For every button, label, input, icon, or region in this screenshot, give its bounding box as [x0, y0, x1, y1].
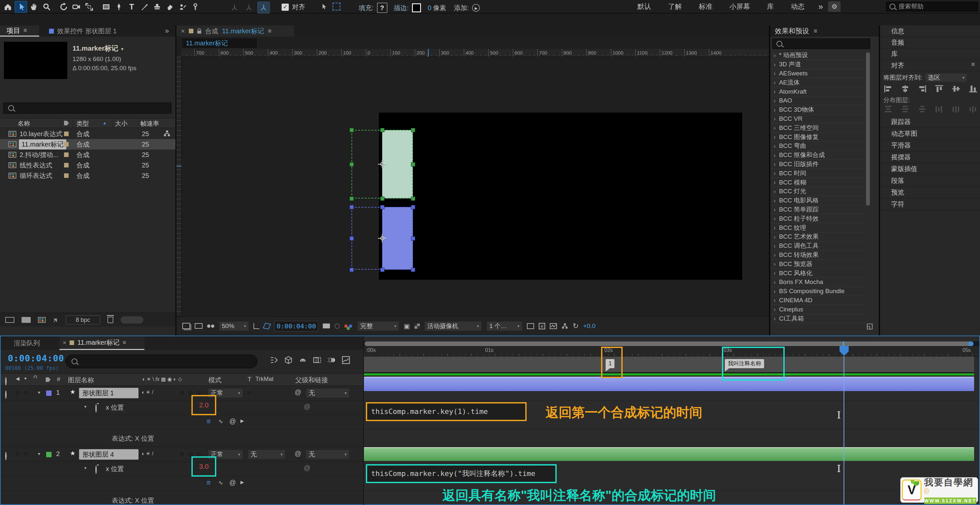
tab-effect-controls[interactable]: 效果控件 形状图层 1 [49, 25, 117, 37]
effects-category-row[interactable]: › BCC 简单跟踪 [770, 205, 864, 214]
project-row[interactable]: 线性表达式 合成 25 [0, 160, 175, 170]
panel-menu-icon[interactable]: ≡ [814, 28, 817, 35]
eraser-tool-icon[interactable] [164, 1, 176, 13]
selection-handle[interactable] [350, 128, 354, 132]
view-layout-dropdown[interactable]: 1 个…▾ [487, 321, 522, 331]
chevron-right-icon[interactable]: › [773, 233, 776, 241]
parent-dropdown[interactable]: 无▾ [306, 388, 350, 398]
chevron-right-icon[interactable]: › [773, 133, 776, 141]
solo-toggle[interactable] [23, 390, 29, 396]
layer-1-duration-bar[interactable] [364, 377, 974, 391]
type-tool-icon[interactable]: T [126, 1, 137, 13]
chevron-right-icon[interactable]: › [773, 278, 776, 286]
expression-enable-icon[interactable]: ≡ [207, 417, 211, 426]
puppet-pin-tool-icon[interactable] [189, 1, 201, 13]
selection-handle[interactable] [380, 197, 385, 201]
col-size[interactable]: 大小 [115, 119, 127, 128]
effects-category-row[interactable]: › 3D 声道 [770, 60, 864, 69]
brush-tool-icon[interactable] [138, 1, 150, 13]
snapshot-icon[interactable] [182, 323, 190, 329]
distribute-left-icon[interactable] [935, 105, 943, 113]
effects-category-row[interactable]: › BAO [770, 96, 864, 105]
selection-tool-icon[interactable] [15, 1, 27, 13]
expand-toggle[interactable]: ▾ [84, 404, 87, 409]
label-swatch[interactable] [64, 142, 68, 146]
selection-handle[interactable] [411, 205, 415, 209]
dock-panel-tab[interactable]: 平滑器 [880, 140, 980, 151]
dock-panel-tab[interactable]: 段落 [880, 175, 980, 187]
axis-widget-alt-icon[interactable] [243, 2, 255, 13]
switch-cell[interactable] [179, 451, 185, 457]
expression-graph-icon[interactable]: ∿ [218, 418, 223, 425]
current-timecode[interactable]: 0:00:04:00 [8, 353, 64, 363]
tab-render-queue[interactable]: 渲染队列 [14, 339, 40, 348]
workspace-more-button[interactable]: » [813, 0, 828, 13]
chevron-right-icon[interactable]: › [773, 88, 776, 95]
selection-handle[interactable] [380, 268, 385, 272]
expression-graph-icon[interactable]: ∿ [218, 479, 223, 486]
selection-handle[interactable] [411, 128, 415, 132]
effects-category-row[interactable]: › AESweets [770, 69, 864, 78]
label-swatch[interactable] [64, 132, 68, 136]
selection-handle[interactable] [350, 268, 354, 272]
layer-color-swatch[interactable] [46, 451, 52, 458]
expression-text-2[interactable]: thisComp.marker.key("我叫注释名称").time [367, 465, 555, 482]
col-trkmat[interactable]: TrkMat [255, 376, 274, 383]
effects-category-row[interactable]: › BS Compositing Bundle [770, 287, 864, 296]
mask-toggle-icon[interactable] [262, 322, 271, 329]
new-folder-icon[interactable] [22, 317, 31, 323]
selection-handle[interactable] [411, 237, 415, 241]
chevron-right-icon[interactable]: › [773, 242, 776, 250]
col-fps[interactable]: 帧速率 [140, 119, 159, 128]
timeline-search-input[interactable] [65, 354, 258, 368]
horizontal-ruler[interactable]: 7006005004003002001000100200300400500600… [181, 49, 769, 57]
pan-behind-tool-icon[interactable] [83, 1, 95, 13]
col-layer-name[interactable]: 图层名称 [68, 376, 94, 384]
switch-cell[interactable] [179, 390, 185, 396]
chevron-right-icon[interactable]: › [773, 151, 776, 159]
dock-panel-tab[interactable]: 库 [880, 48, 980, 60]
dock-panel-tab[interactable]: 摇摆器 [880, 151, 980, 163]
stopwatch-icon[interactable] [95, 404, 97, 413]
expand-toggle[interactable]: ▾ [38, 451, 40, 456]
layer-name[interactable]: 形状图层 1 [79, 388, 138, 398]
workspace-settings-icon[interactable]: ⚙ [828, 1, 840, 12]
home-icon[interactable] [2, 1, 14, 13]
property-row-x-position[interactable]: ▾ x 位置 @ [1, 462, 364, 476]
dock-panel-tab[interactable]: 动态草图 [880, 128, 980, 140]
selection-handle[interactable] [380, 128, 385, 132]
property-name[interactable]: x 位置 [106, 403, 124, 412]
workspace-tab[interactable]: 了解 [660, 0, 690, 13]
align-panel-title[interactable]: 对齐 [891, 61, 904, 70]
project-row[interactable]: 循环表达式 合成 25 [0, 170, 175, 181]
tab-timeline-comp[interactable]: × 11.marker标记 ≡ [59, 336, 145, 350]
col-t[interactable]: T [248, 376, 251, 383]
panel-menu-icon[interactable]: ≡ [24, 27, 27, 34]
dock-panel-tab[interactable]: 预览 [880, 187, 980, 199]
exposure-value[interactable]: +0.0 [583, 322, 595, 330]
dock-panel-tab[interactable]: 字符 [880, 199, 980, 210]
workspace-tab[interactable]: 默认 [629, 0, 660, 13]
label-swatch[interactable] [64, 163, 68, 167]
expand-toggle[interactable]: ▾ [38, 390, 40, 395]
expression-language-icon[interactable]: ▶ [240, 480, 244, 485]
chevron-right-icon[interactable]: › [773, 206, 776, 213]
draft-3d-icon[interactable] [284, 356, 293, 364]
panel-menu-icon[interactable]: ≡ [268, 28, 272, 35]
col-type[interactable]: 类型 [76, 119, 89, 128]
pickwhip-icon[interactable]: @ [295, 389, 301, 396]
anchor-point[interactable] [378, 234, 387, 243]
project-settings-icon[interactable]: ✈ [51, 315, 60, 324]
pickwhip-icon[interactable]: @ [295, 450, 301, 457]
interpret-footage-icon[interactable] [5, 317, 14, 323]
time-navigator-track[interactable] [364, 341, 979, 346]
audio-toggle[interactable] [14, 390, 20, 396]
chevron-right-icon[interactable]: › [773, 224, 776, 232]
layer-switches[interactable]: ◖ ☀ / [141, 451, 153, 457]
project-search-input[interactable] [3, 103, 172, 114]
effects-category-row[interactable]: › AtomKraft [770, 87, 864, 96]
new-composition-icon[interactable] [38, 317, 46, 323]
effects-category-row[interactable]: › BCC 风格化 [770, 268, 864, 278]
project-row[interactable]: 2.抖动/摆动... 合成 25 [0, 149, 175, 160]
close-icon[interactable]: × [63, 339, 66, 346]
